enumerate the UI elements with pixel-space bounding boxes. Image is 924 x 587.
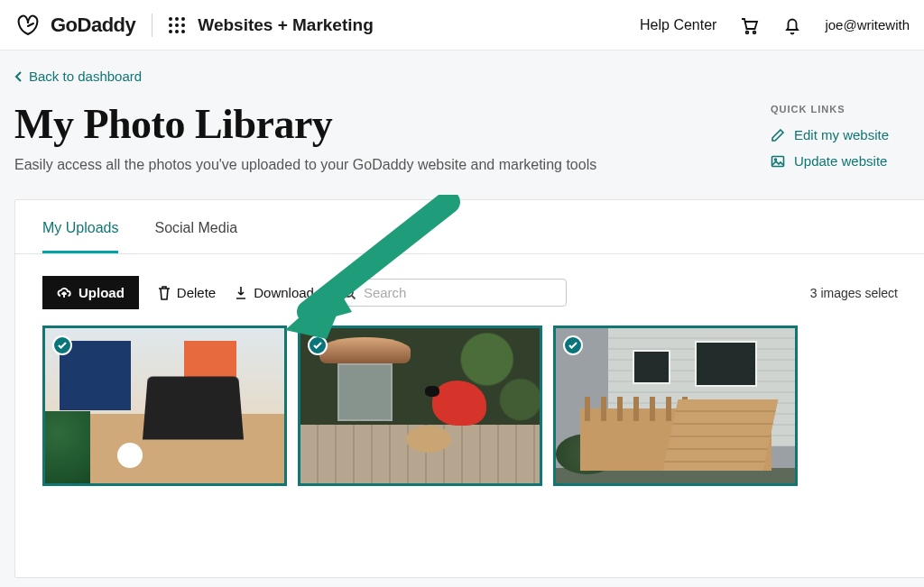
delete-label: Delete (177, 285, 216, 300)
photo-preview (556, 328, 795, 483)
svg-point-3 (775, 159, 777, 161)
upload-cloud-icon (57, 286, 71, 300)
download-icon (234, 285, 248, 301)
svg-rect-2 (772, 156, 784, 166)
page-subtitle: Easily access all the photos you've uplo… (14, 157, 753, 173)
photo-thumbnail[interactable] (298, 326, 542, 486)
brand-logo[interactable]: GoDaddy (14, 14, 135, 37)
notifications-icon[interactable] (781, 14, 803, 36)
user-email[interactable]: joe@writewith (825, 17, 910, 32)
help-center-link[interactable]: Help Center (640, 17, 716, 33)
selection-count: 3 images select (810, 286, 898, 300)
quick-link-edit-website[interactable]: Edit my website (771, 127, 924, 142)
photo-preview (45, 328, 284, 483)
selected-check-icon[interactable] (52, 335, 72, 355)
trash-icon (157, 285, 171, 301)
brand-name: GoDaddy (51, 14, 135, 37)
tab-social-media[interactable]: Social Media (154, 200, 237, 253)
selected-check-icon[interactable] (308, 335, 328, 355)
selected-check-icon[interactable] (563, 335, 583, 355)
godaddy-mark-icon (14, 14, 42, 37)
download-button[interactable]: Download (234, 285, 314, 301)
svg-point-0 (746, 31, 749, 33)
photo-thumbnail[interactable] (42, 326, 287, 486)
back-to-dashboard-link[interactable]: Back to dashboard (14, 69, 924, 84)
search-icon (342, 286, 356, 300)
search-input[interactable] (364, 285, 557, 300)
pencil-icon (771, 128, 785, 142)
toolbar: Upload Delete Download 3 i (15, 254, 924, 326)
quick-links-heading: QUICK LINKS (771, 104, 924, 115)
download-label: Download (254, 285, 314, 300)
product-name[interactable]: Websites + Marketing (198, 15, 373, 35)
quick-link-label: Edit my website (794, 127, 889, 142)
tab-my-uploads[interactable]: My Uploads (42, 200, 118, 253)
tabs: My Uploads Social Media (15, 200, 924, 254)
divider (152, 14, 152, 37)
apps-grid-icon[interactable] (169, 17, 185, 33)
top-bar: GoDaddy Websites + Marketing Help Center… (0, 0, 924, 50)
quick-link-label: Update website (794, 153, 887, 169)
gallery (15, 326, 924, 513)
page-title: My Photo Library (14, 100, 753, 148)
upload-button[interactable]: Upload (42, 276, 139, 309)
library-panel: My Uploads Social Media Upload Delete (14, 199, 924, 578)
photo-preview (300, 328, 540, 483)
quick-link-update-website[interactable]: Update website (771, 153, 924, 169)
search-box[interactable] (332, 279, 567, 307)
page-body: Back to dashboard My Photo Library Easil… (0, 50, 924, 578)
svg-point-4 (344, 288, 353, 297)
image-icon (771, 154, 785, 169)
top-right-group: Help Center joe@writewith (640, 14, 910, 36)
upload-label: Upload (79, 285, 125, 300)
photo-thumbnail[interactable] (553, 326, 798, 486)
delete-button[interactable]: Delete (157, 285, 216, 301)
quick-links-panel: QUICK LINKS Edit my website Update websi… (771, 104, 924, 179)
cart-icon[interactable] (738, 14, 760, 36)
back-label: Back to dashboard (29, 69, 142, 84)
svg-point-1 (753, 31, 756, 33)
